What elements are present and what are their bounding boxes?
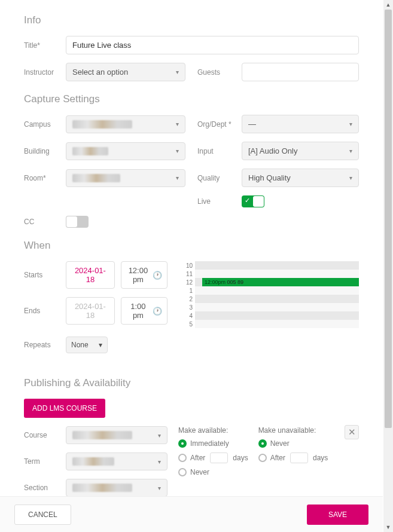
available-days-label: days — [233, 454, 248, 462]
calendar-hour-label: 5 — [183, 321, 195, 328]
toggle-knob — [66, 216, 77, 227]
ends-label: Ends — [24, 307, 60, 315]
unavailable-after-days-input[interactable] — [290, 452, 308, 463]
orgdept-label: Org/Dept * — [197, 120, 236, 129]
course-select[interactable]: ▾ — [66, 426, 167, 444]
calendar-hour-label: 3 — [183, 304, 195, 311]
orgdept-select[interactable]: — ▾ — [242, 115, 359, 133]
section-title-publishing: Publishing & Availability — [24, 377, 359, 389]
term-select[interactable]: ▾ — [66, 452, 167, 470]
cc-toggle[interactable] — [66, 216, 89, 228]
campus-label: Campus — [24, 120, 60, 129]
chevron-down-icon: ▾ — [176, 175, 179, 181]
unavailable-never-label: Never — [270, 439, 290, 448]
calendar-hour-label: 11 — [183, 271, 195, 277]
live-label: Live — [197, 197, 236, 206]
building-label: Building — [24, 147, 60, 155]
chevron-down-icon: ▾ — [158, 458, 161, 465]
chevron-down-icon: ▾ — [176, 121, 179, 127]
quality-value: High Quality — [248, 173, 291, 182]
room-label: Room* — [24, 174, 60, 182]
window-scrollbar[interactable]: ▲ ▼ — [383, 0, 393, 532]
make-unavailable-label: Make unavailable: — [258, 426, 336, 435]
scroll-down-arrow-icon[interactable]: ▼ — [383, 522, 393, 532]
input-select[interactable]: [A] Audio Only ▾ — [242, 142, 359, 160]
building-select[interactable]: ▾ — [66, 142, 185, 160]
available-immediately-radio[interactable] — [178, 439, 187, 448]
scrollbar-thumb[interactable] — [385, 10, 392, 428]
starts-time-input[interactable]: 12:00 pm 🕐 — [121, 261, 167, 289]
input-label: Input — [197, 147, 236, 155]
available-after-days-input[interactable] — [210, 452, 228, 463]
cancel-button[interactable]: CANCEL — [14, 505, 71, 525]
calendar-cell[interactable] — [195, 303, 359, 311]
term-label: Term — [24, 457, 60, 466]
ends-time-text: 1:00 pm — [126, 302, 150, 320]
calendar-cell[interactable] — [195, 270, 359, 278]
calendar-cell[interactable] — [195, 286, 359, 295]
calendar-hour-label: 1 — [183, 288, 195, 294]
save-button[interactable]: SAVE — [307, 505, 368, 525]
mini-calendar[interactable]: 10111212:00pm 005 8912345 — [183, 261, 359, 362]
campus-value-redacted — [72, 120, 132, 129]
ends-time-input[interactable]: 1:00 pm 🕐 — [121, 297, 167, 325]
unavailable-never-radio[interactable] — [258, 439, 267, 448]
scroll-up-arrow-icon[interactable]: ▲ — [383, 0, 393, 10]
instructor-label: Instructor — [24, 68, 60, 77]
section-select[interactable]: ▾ — [66, 479, 167, 496]
course-value-redacted — [72, 431, 132, 439]
calendar-row: 4 — [183, 311, 359, 320]
unavailable-after-radio[interactable] — [258, 454, 267, 462]
title-input[interactable] — [66, 36, 359, 54]
instructor-placeholder: Select an option — [72, 68, 128, 77]
calendar-row: 3 — [183, 303, 359, 311]
toggle-knob — [253, 196, 264, 207]
calendar-cell[interactable]: 12:00pm 005 89 — [195, 278, 359, 286]
repeats-value: None — [71, 341, 89, 349]
campus-select[interactable]: ▾ — [66, 115, 185, 133]
quality-select[interactable]: High Quality ▾ — [242, 169, 359, 187]
guests-input[interactable] — [242, 63, 359, 81]
available-never-label: Never — [190, 468, 209, 476]
calendar-row: 2 — [183, 295, 359, 303]
calendar-row: 5 — [183, 320, 359, 328]
building-value-redacted — [72, 147, 108, 155]
quality-label: Quality — [197, 174, 236, 182]
unavailable-after-label: After — [270, 454, 285, 462]
calendar-row: 1212:00pm 005 89 — [183, 278, 359, 286]
chevron-down-icon: ▾ — [349, 121, 352, 127]
starts-date-input[interactable]: 2024-01-18 — [66, 261, 115, 289]
calendar-cell[interactable] — [195, 311, 359, 320]
calendar-row: 10 — [183, 261, 359, 270]
section-title-info: Info — [24, 14, 359, 26]
calendar-event[interactable]: 12:00pm 005 89 — [202, 278, 359, 286]
available-after-label: After — [190, 454, 205, 462]
title-label: Title* — [24, 41, 60, 50]
calendar-row: 1 — [183, 286, 359, 295]
available-after-radio[interactable] — [178, 454, 187, 462]
room-select[interactable]: ▾ — [66, 169, 185, 187]
calendar-cell[interactable] — [195, 320, 359, 328]
repeats-label: Repeats — [24, 341, 60, 349]
available-never-radio[interactable] — [178, 468, 187, 476]
repeats-select[interactable]: None ▾ — [66, 337, 108, 353]
section-value-redacted — [72, 484, 132, 492]
calendar-hour-label: 2 — [183, 296, 195, 302]
calendar-cell[interactable] — [195, 261, 359, 270]
calendar-cell[interactable] — [195, 295, 359, 303]
add-lms-course-button[interactable]: ADD LMS COURSE — [24, 399, 105, 418]
course-label: Course — [24, 431, 60, 439]
ends-date-input[interactable]: 2024-01-18 — [66, 297, 115, 325]
available-immediately-label: Immediately — [190, 439, 229, 448]
starts-label: Starts — [24, 271, 60, 279]
clock-icon: 🕐 — [153, 271, 162, 280]
starts-time-text: 12:00 pm — [126, 266, 150, 284]
live-toggle[interactable] — [242, 195, 264, 207]
chevron-down-icon: ▾ — [158, 485, 161, 491]
form-scroll-area[interactable]: Info Title* Instructor Select an option … — [0, 0, 383, 496]
remove-publishing-button[interactable]: ✕ — [345, 425, 359, 439]
calendar-row: 11 — [183, 270, 359, 278]
chevron-down-icon: ▾ — [349, 175, 352, 181]
instructor-select[interactable]: Select an option ▾ — [66, 63, 185, 81]
calendar-hour-label: 12 — [183, 279, 195, 286]
